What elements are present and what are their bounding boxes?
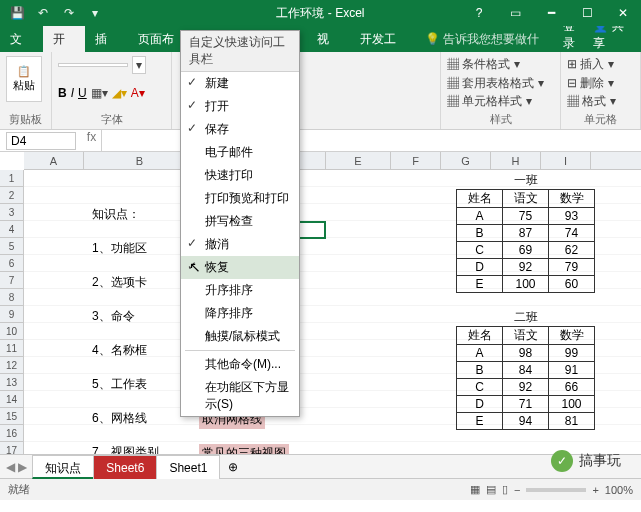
paste-button[interactable]: 📋粘贴 <box>6 56 42 102</box>
row-4[interactable]: 4 <box>0 221 23 238</box>
bold-button[interactable]: B <box>58 86 67 100</box>
table-class1: 姓名语文数学A7593B8774C6962D9279E10060 <box>456 189 595 293</box>
sheet-6[interactable]: Sheet6 <box>93 455 157 479</box>
td: 75 <box>503 208 549 225</box>
sheet-nav[interactable]: ◀ ▶ <box>0 460 33 474</box>
italic-button[interactable]: I <box>71 86 74 100</box>
row-14[interactable]: 14 <box>0 391 23 408</box>
dd-touch[interactable]: 触摸/鼠标模式 <box>181 325 299 348</box>
row-1[interactable]: 1 <box>0 170 23 187</box>
redo-icon[interactable]: ↷ <box>60 4 78 22</box>
td: C <box>457 379 503 396</box>
row-6[interactable]: 6 <box>0 255 23 272</box>
table1-cap: 一班 <box>514 172 538 189</box>
dd-spell[interactable]: 拼写检查 <box>181 210 299 233</box>
dd-asc[interactable]: 升序排序 <box>181 279 299 302</box>
dd-undo[interactable]: 撤消 <box>181 233 299 256</box>
add-sheet[interactable]: ⊕ <box>220 460 246 474</box>
row-5[interactable]: 5 <box>0 238 23 255</box>
row-10[interactable]: 10 <box>0 323 23 340</box>
tab-view[interactable]: 视图 <box>307 26 350 52</box>
tab-home[interactable]: 开始 <box>43 26 86 52</box>
col-F[interactable]: F <box>391 152 441 169</box>
view-normal-icon[interactable]: ▦ <box>470 483 480 496</box>
font-color[interactable]: A▾ <box>131 86 145 100</box>
col-E[interactable]: E <box>326 152 391 169</box>
zoom-out[interactable]: − <box>514 484 520 496</box>
spreadsheet-grid[interactable]: ABCDEFGHI 1234567891011121314151617 知识点：… <box>0 152 641 454</box>
fill-color[interactable]: ◢▾ <box>112 86 127 100</box>
row-13[interactable]: 13 <box>0 374 23 391</box>
zoom-slider[interactable] <box>526 488 586 492</box>
sheet-1[interactable]: Sheet1 <box>156 455 220 479</box>
row-9[interactable]: 9 <box>0 306 23 323</box>
ribbon-opts-icon[interactable]: ▭ <box>497 0 533 26</box>
dd-desc[interactable]: 降序排序 <box>181 302 299 325</box>
dd-more[interactable]: 其他命令(M)... <box>181 353 299 376</box>
td: A <box>457 345 503 362</box>
dd-open[interactable]: 打开 <box>181 95 299 118</box>
dd-email[interactable]: 电子邮件 <box>181 141 299 164</box>
fx-button[interactable]: fx <box>82 130 102 151</box>
col-I[interactable]: I <box>541 152 591 169</box>
font-size[interactable]: ▾ <box>132 56 146 74</box>
view-layout-icon[interactable]: ▤ <box>486 483 496 496</box>
row-headers: 1234567891011121314151617 <box>0 170 24 454</box>
close-icon[interactable]: ✕ <box>605 0 641 26</box>
td: 84 <box>503 362 549 379</box>
dd-below[interactable]: 在功能区下方显示(S) <box>181 376 299 416</box>
minimize-icon[interactable]: ━ <box>533 0 569 26</box>
sheet-knowledge[interactable]: 知识点 <box>32 455 94 479</box>
row-11[interactable]: 11 <box>0 340 23 357</box>
dd-new[interactable]: 新建 <box>181 72 299 95</box>
col-G[interactable]: G <box>441 152 491 169</box>
tab-dev[interactable]: 开发工具 <box>350 26 415 52</box>
tab-insert[interactable]: 插入 <box>85 26 128 52</box>
group-cells: ⊞ 插入 ▾ ⊟ 删除 ▾ ▦ 格式 ▾ 单元格 <box>561 52 641 129</box>
col-H[interactable]: H <box>491 152 541 169</box>
name-box[interactable]: D4 <box>6 132 76 150</box>
dd-quickprint[interactable]: 快速打印 <box>181 164 299 187</box>
row-15[interactable]: 15 <box>0 408 23 425</box>
td: 91 <box>549 362 595 379</box>
dd-preview[interactable]: 打印预览和打印 <box>181 187 299 210</box>
kp-title: 知识点： <box>92 206 140 223</box>
delete-cell[interactable]: ⊟ 删除 ▾ <box>567 75 614 92</box>
insert-cell[interactable]: ⊞ 插入 ▾ <box>567 56 614 73</box>
row-7[interactable]: 7 <box>0 272 23 289</box>
column-headers: ABCDEFGHI <box>24 152 641 170</box>
td: 62 <box>549 242 595 259</box>
row-8[interactable]: 8 <box>0 289 23 306</box>
undo-icon[interactable]: ↶ <box>34 4 52 22</box>
col-A[interactable]: A <box>24 152 84 169</box>
zoom-in[interactable]: + <box>592 484 598 496</box>
dd-redo[interactable]: ↖恢复 <box>181 256 299 279</box>
format-cell[interactable]: ▦ 格式 ▾ <box>567 93 616 110</box>
maximize-icon[interactable]: ☐ <box>569 0 605 26</box>
border-button[interactable]: ▦▾ <box>91 86 108 100</box>
row-16[interactable]: 16 <box>0 425 23 442</box>
clipboard-label: 剪贴板 <box>6 112 45 127</box>
window-title: 工作环境 - Excel <box>276 5 364 22</box>
row-3[interactable]: 3 <box>0 204 23 221</box>
cell-style[interactable]: ▦ 单元格样式 ▾ <box>447 93 532 110</box>
row-12[interactable]: 12 <box>0 357 23 374</box>
row-17[interactable]: 17 <box>0 442 23 454</box>
view-break-icon[interactable]: ▯ <box>502 483 508 496</box>
table-format[interactable]: ▦ 套用表格格式 ▾ <box>447 75 544 92</box>
font-select[interactable] <box>58 63 128 67</box>
kp-item: 3、命令 <box>92 308 135 325</box>
td: 74 <box>549 225 595 242</box>
underline-button[interactable]: U <box>78 86 87 100</box>
tab-file[interactable]: 文件 <box>0 26 43 52</box>
cells-label: 单元格 <box>567 112 634 127</box>
group-styles: ▦ 条件格式 ▾ ▦ 套用表格格式 ▾ ▦ 单元格样式 ▾ 样式 <box>441 52 561 129</box>
dd-save[interactable]: 保存 <box>181 118 299 141</box>
row-2[interactable]: 2 <box>0 187 23 204</box>
qat-dropdown-icon[interactable]: ▾ <box>86 4 104 22</box>
save-icon[interactable]: 💾 <box>8 4 26 22</box>
td: 98 <box>503 345 549 362</box>
cond-format[interactable]: ▦ 条件格式 ▾ <box>447 56 520 73</box>
cells-area[interactable]: 知识点： 1、功能区2、选项卡3、命令4、名称框定义数据5、工作表右键菜单6、网… <box>24 170 641 454</box>
help-icon[interactable]: ? <box>461 0 497 26</box>
